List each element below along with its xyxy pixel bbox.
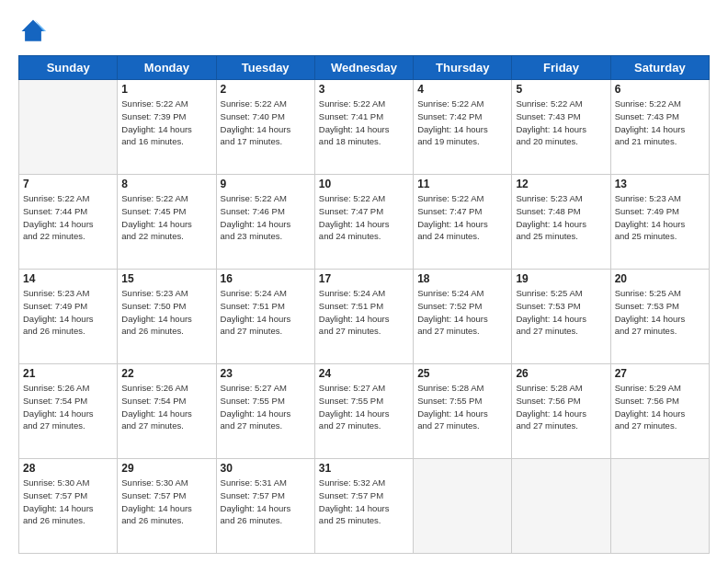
day-number: 31 (319, 462, 409, 475)
col-header-tuesday: Tuesday (216, 56, 314, 80)
day-number: 8 (121, 178, 211, 190)
day-info: Sunrise: 5:26 AM Sunset: 7:54 PM Dayligh… (23, 382, 113, 432)
day-info: Sunrise: 5:26 AM Sunset: 7:54 PM Dayligh… (121, 382, 211, 432)
day-info: Sunrise: 5:22 AM Sunset: 7:45 PM Dayligh… (121, 192, 211, 243)
calendar-cell: 9Sunrise: 5:22 AM Sunset: 7:46 PM Daylig… (216, 175, 314, 270)
calendar-week-1: 7Sunrise: 5:22 AM Sunset: 7:44 PM Daylig… (19, 175, 710, 270)
day-info: Sunrise: 5:22 AM Sunset: 7:47 PM Dayligh… (417, 192, 507, 243)
calendar-week-0: 1Sunrise: 5:22 AM Sunset: 7:39 PM Daylig… (19, 80, 710, 175)
calendar-cell: 24Sunrise: 5:27 AM Sunset: 7:55 PM Dayli… (314, 364, 413, 459)
day-info: Sunrise: 5:23 AM Sunset: 7:49 PM Dayligh… (615, 192, 705, 243)
calendar-cell (414, 459, 512, 554)
day-number: 17 (319, 272, 409, 285)
day-number: 10 (319, 178, 409, 190)
col-header-friday: Friday (512, 56, 610, 80)
calendar-cell: 20Sunrise: 5:25 AM Sunset: 7:53 PM Dayli… (610, 270, 709, 364)
day-number: 16 (221, 272, 311, 285)
calendar-cell: 14Sunrise: 5:23 AM Sunset: 7:49 PM Dayli… (19, 270, 118, 364)
calendar-cell: 11Sunrise: 5:22 AM Sunset: 7:47 PM Dayli… (414, 175, 512, 270)
calendar-cell: 15Sunrise: 5:23 AM Sunset: 7:50 PM Dayli… (118, 270, 216, 364)
calendar-cell: 2Sunrise: 5:22 AM Sunset: 7:40 PM Daylig… (216, 80, 314, 175)
day-info: Sunrise: 5:32 AM Sunset: 7:57 PM Dayligh… (319, 477, 409, 527)
col-header-wednesday: Wednesday (314, 56, 413, 80)
day-number: 18 (417, 272, 507, 285)
day-number: 1 (121, 83, 211, 96)
calendar-cell: 29Sunrise: 5:30 AM Sunset: 7:57 PM Dayli… (118, 459, 216, 554)
day-number: 5 (516, 83, 606, 96)
calendar-cell: 13Sunrise: 5:23 AM Sunset: 7:49 PM Dayli… (610, 175, 709, 270)
day-number: 20 (615, 272, 705, 285)
day-number: 24 (319, 367, 409, 380)
day-info: Sunrise: 5:22 AM Sunset: 7:42 PM Dayligh… (417, 98, 507, 148)
day-number: 12 (516, 178, 606, 190)
day-info: Sunrise: 5:22 AM Sunset: 7:46 PM Dayligh… (221, 192, 311, 243)
day-number: 25 (417, 367, 507, 380)
calendar-week-4: 28Sunrise: 5:30 AM Sunset: 7:57 PM Dayli… (19, 459, 710, 554)
calendar-table: SundayMondayTuesdayWednesdayThursdayFrid… (18, 55, 710, 554)
calendar-cell: 8Sunrise: 5:22 AM Sunset: 7:45 PM Daylig… (118, 175, 216, 270)
day-info: Sunrise: 5:28 AM Sunset: 7:55 PM Dayligh… (417, 382, 507, 432)
day-info: Sunrise: 5:30 AM Sunset: 7:57 PM Dayligh… (23, 477, 113, 527)
calendar-cell (610, 459, 709, 554)
day-number: 26 (516, 367, 606, 380)
calendar-cell: 7Sunrise: 5:22 AM Sunset: 7:44 PM Daylig… (19, 175, 118, 270)
calendar-cell: 4Sunrise: 5:22 AM Sunset: 7:42 PM Daylig… (414, 80, 512, 175)
header (18, 17, 710, 46)
day-info: Sunrise: 5:24 AM Sunset: 7:52 PM Dayligh… (417, 287, 507, 338)
day-number: 14 (23, 272, 113, 285)
day-info: Sunrise: 5:25 AM Sunset: 7:53 PM Dayligh… (516, 287, 606, 338)
calendar-cell (512, 459, 610, 554)
day-number: 30 (221, 462, 311, 475)
calendar-cell: 6Sunrise: 5:22 AM Sunset: 7:43 PM Daylig… (610, 80, 709, 175)
day-number: 28 (23, 462, 113, 475)
day-number: 13 (615, 178, 705, 190)
day-number: 15 (121, 272, 211, 285)
calendar-week-3: 21Sunrise: 5:26 AM Sunset: 7:54 PM Dayli… (19, 364, 710, 459)
calendar-cell: 3Sunrise: 5:22 AM Sunset: 7:41 PM Daylig… (314, 80, 413, 175)
calendar-cell: 18Sunrise: 5:24 AM Sunset: 7:52 PM Dayli… (414, 270, 512, 364)
calendar-cell: 27Sunrise: 5:29 AM Sunset: 7:56 PM Dayli… (610, 364, 709, 459)
day-info: Sunrise: 5:22 AM Sunset: 7:41 PM Dayligh… (319, 98, 409, 148)
calendar-cell: 30Sunrise: 5:31 AM Sunset: 7:57 PM Dayli… (216, 459, 314, 554)
day-number: 11 (417, 178, 507, 190)
calendar-week-2: 14Sunrise: 5:23 AM Sunset: 7:49 PM Dayli… (19, 270, 710, 364)
calendar-cell: 21Sunrise: 5:26 AM Sunset: 7:54 PM Dayli… (19, 364, 118, 459)
day-number: 4 (417, 83, 507, 96)
calendar-cell: 28Sunrise: 5:30 AM Sunset: 7:57 PM Dayli… (19, 459, 118, 554)
calendar-cell: 1Sunrise: 5:22 AM Sunset: 7:39 PM Daylig… (118, 80, 216, 175)
day-number: 7 (23, 178, 113, 190)
col-header-sunday: Sunday (19, 56, 118, 80)
logo (18, 17, 51, 46)
day-number: 3 (319, 83, 409, 96)
day-info: Sunrise: 5:23 AM Sunset: 7:50 PM Dayligh… (121, 287, 211, 338)
calendar-cell: 26Sunrise: 5:28 AM Sunset: 7:56 PM Dayli… (512, 364, 610, 459)
day-info: Sunrise: 5:27 AM Sunset: 7:55 PM Dayligh… (221, 382, 311, 432)
day-info: Sunrise: 5:27 AM Sunset: 7:55 PM Dayligh… (319, 382, 409, 432)
day-info: Sunrise: 5:23 AM Sunset: 7:49 PM Dayligh… (23, 287, 113, 338)
calendar-cell: 22Sunrise: 5:26 AM Sunset: 7:54 PM Dayli… (118, 364, 216, 459)
day-number: 9 (221, 178, 311, 190)
calendar-cell: 10Sunrise: 5:22 AM Sunset: 7:47 PM Dayli… (314, 175, 413, 270)
svg-marker-0 (22, 20, 45, 41)
calendar-cell: 23Sunrise: 5:27 AM Sunset: 7:55 PM Dayli… (216, 364, 314, 459)
day-info: Sunrise: 5:29 AM Sunset: 7:56 PM Dayligh… (615, 382, 705, 432)
day-info: Sunrise: 5:22 AM Sunset: 7:44 PM Dayligh… (23, 192, 113, 243)
day-number: 6 (615, 83, 705, 96)
day-info: Sunrise: 5:22 AM Sunset: 7:47 PM Dayligh… (319, 192, 409, 243)
day-info: Sunrise: 5:25 AM Sunset: 7:53 PM Dayligh… (615, 287, 705, 338)
calendar-cell: 16Sunrise: 5:24 AM Sunset: 7:51 PM Dayli… (216, 270, 314, 364)
calendar-cell (19, 80, 118, 175)
day-info: Sunrise: 5:22 AM Sunset: 7:40 PM Dayligh… (221, 98, 311, 148)
day-number: 27 (615, 367, 705, 380)
day-info: Sunrise: 5:24 AM Sunset: 7:51 PM Dayligh… (319, 287, 409, 338)
col-header-saturday: Saturday (610, 56, 709, 80)
day-number: 23 (221, 367, 311, 380)
day-info: Sunrise: 5:22 AM Sunset: 7:43 PM Dayligh… (615, 98, 705, 148)
calendar-cell: 19Sunrise: 5:25 AM Sunset: 7:53 PM Dayli… (512, 270, 610, 364)
day-number: 19 (516, 272, 606, 285)
calendar-cell: 31Sunrise: 5:32 AM Sunset: 7:57 PM Dayli… (314, 459, 413, 554)
day-number: 2 (221, 83, 311, 96)
day-info: Sunrise: 5:24 AM Sunset: 7:51 PM Dayligh… (221, 287, 311, 338)
day-info: Sunrise: 5:22 AM Sunset: 7:39 PM Dayligh… (121, 98, 211, 148)
calendar-cell: 17Sunrise: 5:24 AM Sunset: 7:51 PM Dayli… (314, 270, 413, 364)
